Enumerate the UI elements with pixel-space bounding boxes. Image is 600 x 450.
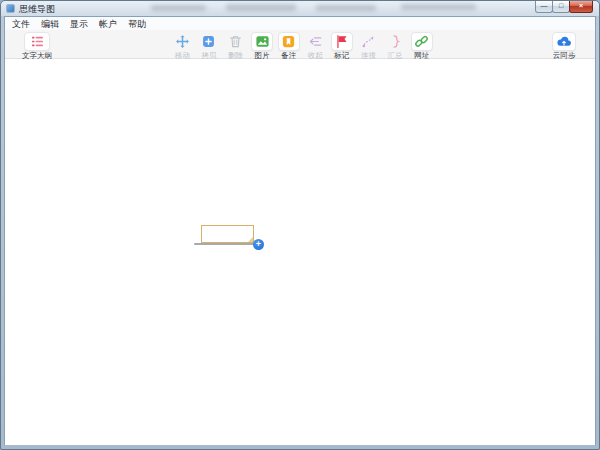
copy-icon <box>198 32 220 51</box>
move-icon <box>171 32 193 51</box>
summary-icon <box>384 32 406 51</box>
delete-icon <box>224 32 246 51</box>
cloud-sync-icon <box>552 32 576 51</box>
tool-note[interactable]: 备注 <box>275 30 302 60</box>
tool-delete[interactable]: 删除 <box>222 30 249 60</box>
tool-summary[interactable]: 汇总 <box>382 30 409 60</box>
canvas[interactable]: + <box>5 59 595 445</box>
flag-icon <box>331 32 353 51</box>
toolbar-center-group: 移动 拷贝 <box>169 30 435 60</box>
note-icon <box>278 32 300 51</box>
window-title: 思维导图 <box>19 3 55 15</box>
folded-corner-icon <box>248 237 253 242</box>
aero-glass-smudge <box>151 5 206 11</box>
text-outline-button[interactable]: 文字大纲 <box>13 30 61 60</box>
tool-connect[interactable]: 连接 <box>355 30 382 60</box>
tool-picture[interactable]: 图片 <box>249 30 276 60</box>
link-icon <box>411 32 433 51</box>
menu-item-account[interactable]: 帐户 <box>95 18 121 30</box>
client-area: 文件 编辑 显示 帐户 帮助 文字大纲 <box>4 16 596 445</box>
cloud-sync-button[interactable]: 云同步 <box>547 30 581 60</box>
connect-icon <box>357 32 379 51</box>
tool-url[interactable]: 网址 <box>408 30 435 60</box>
app-icon <box>6 4 15 13</box>
minimize-button[interactable]: — <box>535 1 553 13</box>
tool-mark[interactable]: 标记 <box>329 30 356 60</box>
aero-glass-smudge <box>226 4 296 11</box>
window-controls: — □ × <box>536 1 593 13</box>
collapse-icon <box>304 32 326 51</box>
aero-glass-smudge <box>401 4 476 10</box>
app-window: 思维导图 — □ × 文件 编辑 显示 帐户 帮助 <box>0 0 600 450</box>
picture-icon <box>251 32 273 51</box>
tool-copy[interactable]: 拷贝 <box>196 30 223 60</box>
title-bar[interactable]: 思维导图 — □ × <box>1 1 599 16</box>
aero-glass-smudge <box>316 5 376 11</box>
menu-item-file[interactable]: 文件 <box>8 18 34 30</box>
add-topic-button[interactable]: + <box>253 239 264 250</box>
maximize-button[interactable]: □ <box>552 1 570 13</box>
tool-move[interactable]: 移动 <box>169 30 196 60</box>
close-button[interactable]: × <box>569 1 593 13</box>
menu-item-view[interactable]: 显示 <box>66 18 92 30</box>
menu-bar: 文件 编辑 显示 帐户 帮助 <box>5 17 595 30</box>
topic-baseline <box>194 243 259 245</box>
outline-list-icon <box>24 32 50 51</box>
menu-item-edit[interactable]: 编辑 <box>37 18 63 30</box>
tool-collapse[interactable]: 收起 <box>302 30 329 60</box>
toolbar: 文字大纲 移动 <box>5 30 595 59</box>
topic-node[interactable] <box>201 225 254 243</box>
menu-item-help[interactable]: 帮助 <box>124 18 150 30</box>
